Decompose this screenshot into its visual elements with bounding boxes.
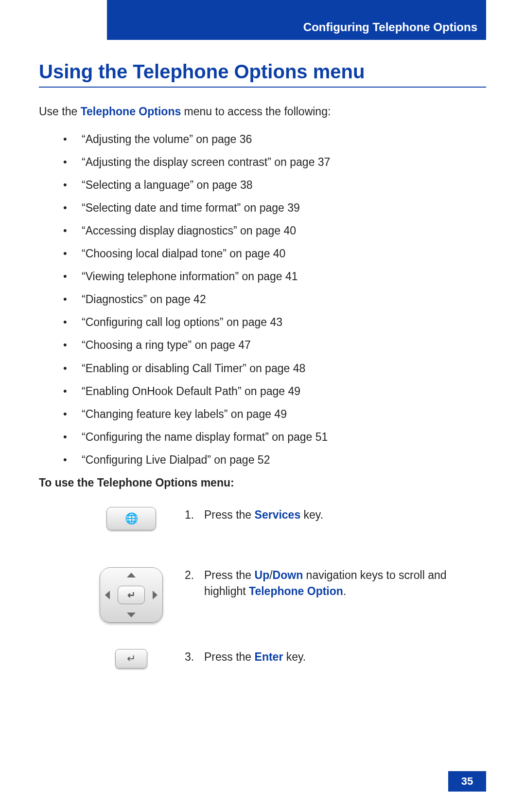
enter-key-icon: ↵ bbox=[118, 586, 145, 604]
keyword: Up bbox=[255, 569, 270, 581]
list-item: “Diagnostics” on page 42 bbox=[63, 292, 486, 307]
list-item: “Configuring Live Dialpad” on page 52 bbox=[63, 452, 486, 468]
enter-key-icon: ↵ bbox=[115, 649, 147, 668]
step-row: ↵2.Press the Up/Down navigation keys to … bbox=[78, 567, 486, 623]
list-item: “Accessing display diagnostics” on page … bbox=[63, 223, 486, 238]
services-key-icon: 🌐 bbox=[106, 507, 156, 530]
step-text-fragment: key. bbox=[283, 650, 306, 663]
down-arrow-icon bbox=[127, 613, 136, 617]
step-body: Press the Up/Down navigation keys to scr… bbox=[204, 567, 486, 600]
document-page: Configuring Telephone Options Using the … bbox=[0, 0, 525, 812]
step-text-fragment: Press the bbox=[204, 650, 255, 663]
intro-paragraph: Use the Telephone Options menu to access… bbox=[39, 104, 486, 119]
page-content: Using the Telephone Options menu Use the… bbox=[39, 61, 486, 683]
keyword: Down bbox=[273, 569, 303, 581]
step-text: 3.Press the Enter key. bbox=[185, 649, 486, 665]
running-header: Configuring Telephone Options bbox=[107, 0, 486, 40]
list-item: “Choosing local dialpad tone” on page 40 bbox=[63, 246, 486, 261]
list-item: “Changing feature key labels” on page 49 bbox=[63, 407, 486, 422]
right-arrow-icon bbox=[153, 591, 158, 599]
left-arrow-icon bbox=[105, 591, 110, 599]
step-text: 2.Press the Up/Down navigation keys to s… bbox=[185, 567, 486, 600]
intro-strong: Telephone Options bbox=[81, 105, 181, 118]
step-text-fragment: Press the bbox=[204, 569, 255, 581]
keyword: Telephone Option bbox=[249, 585, 343, 597]
list-item: “Choosing a ring type” on page 47 bbox=[63, 338, 486, 353]
list-item: “Enabling or disabling Call Timer” on pa… bbox=[63, 361, 486, 376]
step-body: Press the Services key. bbox=[204, 507, 323, 523]
page-number: 35 bbox=[461, 775, 473, 788]
navigation-pad-icon: ↵ bbox=[100, 567, 163, 623]
step-text-fragment: Press the bbox=[204, 508, 255, 521]
step-text-fragment: key. bbox=[300, 508, 323, 521]
running-header-text: Configuring Telephone Options bbox=[303, 20, 477, 34]
intro-suffix: menu to access the following: bbox=[181, 105, 331, 118]
step-text-fragment: . bbox=[343, 585, 346, 597]
keyword: Enter bbox=[255, 650, 283, 663]
page-title: Using the Telephone Options menu bbox=[39, 61, 486, 88]
keyword: Services bbox=[255, 508, 301, 521]
return-arrow-icon: ↵ bbox=[127, 652, 136, 665]
step-number: 1. bbox=[185, 507, 204, 523]
subheading: To use the Telephone Options menu: bbox=[39, 476, 486, 489]
list-item: “Selecting date and time format” on page… bbox=[63, 200, 486, 216]
step-body: Press the Enter key. bbox=[204, 649, 306, 665]
list-item: “Adjusting the volume” on page 36 bbox=[63, 132, 486, 147]
step-number: 2. bbox=[185, 567, 204, 600]
step-icon-cell: ↵ bbox=[78, 567, 185, 623]
globe-icon: 🌐 bbox=[125, 512, 138, 525]
step-row: ↵3.Press the Enter key. bbox=[78, 649, 486, 683]
step-icon-cell: 🌐 bbox=[78, 507, 185, 530]
step-number: 3. bbox=[185, 649, 204, 665]
list-item: “Adjusting the display screen contrast” … bbox=[63, 155, 486, 170]
steps-container: 🌐1.Press the Services key.↵2.Press the U… bbox=[39, 507, 486, 683]
list-item: “Enabling OnHook Default Path” on page 4… bbox=[63, 384, 486, 399]
list-item: “Configuring call log options” on page 4… bbox=[63, 315, 486, 330]
intro-prefix: Use the bbox=[39, 105, 81, 118]
bullet-list: “Adjusting the volume” on page 36“Adjust… bbox=[39, 132, 486, 468]
step-row: 🌐1.Press the Services key. bbox=[78, 507, 486, 541]
step-icon-cell: ↵ bbox=[78, 649, 185, 668]
list-item: “Configuring the name display format” on… bbox=[63, 430, 486, 445]
step-text: 1.Press the Services key. bbox=[185, 507, 486, 523]
page-number-badge: 35 bbox=[448, 771, 486, 792]
up-arrow-icon bbox=[127, 573, 136, 577]
list-item: “Viewing telephone information” on page … bbox=[63, 269, 486, 284]
list-item: “Selecting a language” on page 38 bbox=[63, 178, 486, 193]
